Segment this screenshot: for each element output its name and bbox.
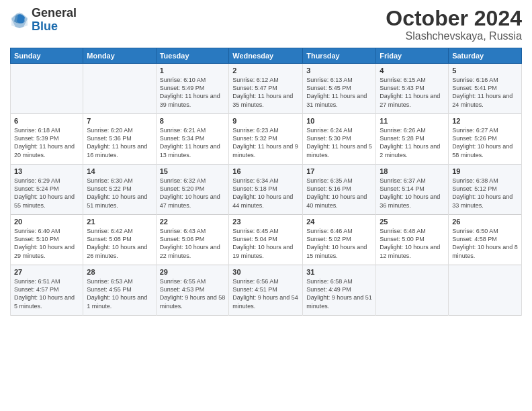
calendar-cell: 9Sunrise: 6:23 AM Sunset: 5:32 PM Daylig… <box>229 114 303 165</box>
header-sunday: Sunday <box>11 48 83 64</box>
calendar-cell: 24Sunrise: 6:46 AM Sunset: 5:02 PM Dayli… <box>303 215 376 265</box>
day-number: 22 <box>160 218 226 226</box>
day-number: 20 <box>14 218 79 226</box>
cell-info: Sunrise: 6:21 AM Sunset: 5:34 PM Dayligh… <box>160 126 226 159</box>
cell-info: Sunrise: 6:15 AM Sunset: 5:43 PM Dayligh… <box>380 76 445 109</box>
calendar-cell: 29Sunrise: 6:55 AM Sunset: 4:53 PM Dayli… <box>156 265 229 316</box>
cell-info: Sunrise: 6:26 AM Sunset: 5:28 PM Dayligh… <box>380 126 445 159</box>
cell-info: Sunrise: 6:51 AM Sunset: 4:57 PM Dayligh… <box>14 277 79 310</box>
day-number: 4 <box>380 66 445 75</box>
cell-info: Sunrise: 6:23 AM Sunset: 5:32 PM Dayligh… <box>232 126 299 159</box>
header-row: Sunday Monday Tuesday Wednesday Thursday… <box>11 48 522 64</box>
header-tuesday: Tuesday <box>156 48 229 64</box>
cell-info: Sunrise: 6:10 AM Sunset: 5:49 PM Dayligh… <box>160 76 226 109</box>
calendar-cell: 2Sunrise: 6:12 AM Sunset: 5:47 PM Daylig… <box>229 64 303 114</box>
cell-info: Sunrise: 6:56 AM Sunset: 4:51 PM Dayligh… <box>232 277 299 310</box>
day-number: 16 <box>232 167 299 175</box>
day-number: 25 <box>380 218 445 226</box>
calendar-cell: 30Sunrise: 6:56 AM Sunset: 4:51 PM Dayli… <box>229 265 303 316</box>
calendar-cell: 19Sunrise: 6:38 AM Sunset: 5:12 PM Dayli… <box>449 165 522 215</box>
calendar-cell: 3Sunrise: 6:13 AM Sunset: 5:45 PM Daylig… <box>303 64 376 114</box>
day-number: 3 <box>306 66 372 75</box>
day-number: 29 <box>160 268 226 276</box>
calendar-cell: 8Sunrise: 6:21 AM Sunset: 5:34 PM Daylig… <box>156 114 229 165</box>
calendar-cell: 6Sunrise: 6:18 AM Sunset: 5:39 PM Daylig… <box>11 114 83 165</box>
cell-info: Sunrise: 6:58 AM Sunset: 4:49 PM Dayligh… <box>306 277 372 310</box>
calendar-header: Sunday Monday Tuesday Wednesday Thursday… <box>11 48 522 64</box>
day-number: 27 <box>14 268 79 276</box>
day-number: 24 <box>306 218 372 226</box>
cell-info: Sunrise: 6:46 AM Sunset: 5:02 PM Dayligh… <box>306 227 372 260</box>
day-number: 14 <box>87 167 152 175</box>
title-block: October 2024 Slashchevskaya, Russia <box>386 7 522 42</box>
day-number: 11 <box>380 117 445 125</box>
calendar-cell: 12Sunrise: 6:27 AM Sunset: 5:26 PM Dayli… <box>449 114 522 165</box>
calendar-cell: 11Sunrise: 6:26 AM Sunset: 5:28 PM Dayli… <box>376 114 449 165</box>
cell-info: Sunrise: 6:18 AM Sunset: 5:39 PM Dayligh… <box>14 126 79 159</box>
calendar-cell: 13Sunrise: 6:29 AM Sunset: 5:24 PM Dayli… <box>11 165 83 215</box>
header-wednesday: Wednesday <box>229 48 303 64</box>
location-subtitle: Slashchevskaya, Russia <box>386 30 522 42</box>
header: General Blue October 2024 Slashchevskaya… <box>10 7 522 42</box>
calendar-cell <box>83 64 156 114</box>
calendar-cell: 7Sunrise: 6:20 AM Sunset: 5:36 PM Daylig… <box>83 114 156 165</box>
calendar-cell <box>376 265 449 316</box>
day-number: 1 <box>160 66 226 75</box>
cell-info: Sunrise: 6:40 AM Sunset: 5:10 PM Dayligh… <box>14 227 79 260</box>
month-title: October 2024 <box>386 7 522 30</box>
cell-info: Sunrise: 6:53 AM Sunset: 4:55 PM Dayligh… <box>87 277 152 310</box>
day-number: 26 <box>452 218 518 226</box>
header-monday: Monday <box>83 48 156 64</box>
cell-info: Sunrise: 6:42 AM Sunset: 5:08 PM Dayligh… <box>87 227 152 260</box>
calendar-cell: 16Sunrise: 6:34 AM Sunset: 5:18 PM Dayli… <box>229 165 303 215</box>
cell-info: Sunrise: 6:38 AM Sunset: 5:12 PM Dayligh… <box>452 177 518 210</box>
day-number: 23 <box>232 218 299 226</box>
day-number: 30 <box>232 268 299 276</box>
calendar-row-1: 1Sunrise: 6:10 AM Sunset: 5:49 PM Daylig… <box>11 64 522 114</box>
calendar-cell: 15Sunrise: 6:32 AM Sunset: 5:20 PM Dayli… <box>156 165 229 215</box>
calendar-cell: 25Sunrise: 6:48 AM Sunset: 5:00 PM Dayli… <box>376 215 449 265</box>
calendar-row-5: 27Sunrise: 6:51 AM Sunset: 4:57 PM Dayli… <box>11 265 522 316</box>
calendar-cell <box>11 64 83 114</box>
cell-info: Sunrise: 6:37 AM Sunset: 5:14 PM Dayligh… <box>380 177 445 210</box>
cell-info: Sunrise: 6:34 AM Sunset: 5:18 PM Dayligh… <box>232 177 299 210</box>
header-thursday: Thursday <box>303 48 376 64</box>
calendar-cell: 23Sunrise: 6:45 AM Sunset: 5:04 PM Dayli… <box>229 215 303 265</box>
calendar-cell: 18Sunrise: 6:37 AM Sunset: 5:14 PM Dayli… <box>376 165 449 215</box>
day-number: 8 <box>160 117 226 125</box>
cell-info: Sunrise: 6:45 AM Sunset: 5:04 PM Dayligh… <box>232 227 299 260</box>
day-number: 17 <box>306 167 372 175</box>
logo: General Blue <box>10 7 77 34</box>
day-number: 31 <box>306 268 372 276</box>
logo-text: General Blue <box>32 7 77 34</box>
day-number: 5 <box>452 66 518 75</box>
day-number: 28 <box>87 268 152 276</box>
calendar-cell: 14Sunrise: 6:30 AM Sunset: 5:22 PM Dayli… <box>83 165 156 215</box>
calendar-cell: 17Sunrise: 6:35 AM Sunset: 5:16 PM Dayli… <box>303 165 376 215</box>
calendar-cell: 10Sunrise: 6:24 AM Sunset: 5:30 PM Dayli… <box>303 114 376 165</box>
cell-info: Sunrise: 6:16 AM Sunset: 5:41 PM Dayligh… <box>452 76 518 109</box>
day-number: 21 <box>87 218 152 226</box>
logo-icon <box>10 11 29 30</box>
header-saturday: Saturday <box>449 48 522 64</box>
day-number: 18 <box>380 167 445 175</box>
cell-info: Sunrise: 6:13 AM Sunset: 5:45 PM Dayligh… <box>306 76 372 109</box>
day-number: 9 <box>232 117 299 125</box>
cell-info: Sunrise: 6:43 AM Sunset: 5:06 PM Dayligh… <box>160 227 226 260</box>
day-number: 19 <box>452 167 518 175</box>
day-number: 7 <box>87 117 152 125</box>
calendar-cell: 20Sunrise: 6:40 AM Sunset: 5:10 PM Dayli… <box>11 215 83 265</box>
calendar-cell: 21Sunrise: 6:42 AM Sunset: 5:08 PM Dayli… <box>83 215 156 265</box>
logo-blue-text: Blue <box>32 20 77 34</box>
calendar-cell: 1Sunrise: 6:10 AM Sunset: 5:49 PM Daylig… <box>156 64 229 114</box>
header-friday: Friday <box>376 48 449 64</box>
calendar-cell: 28Sunrise: 6:53 AM Sunset: 4:55 PM Dayli… <box>83 265 156 316</box>
page: General Blue October 2024 Slashchevskaya… <box>0 0 532 411</box>
cell-info: Sunrise: 6:32 AM Sunset: 5:20 PM Dayligh… <box>160 177 226 210</box>
cell-info: Sunrise: 6:48 AM Sunset: 5:00 PM Dayligh… <box>380 227 445 260</box>
calendar-body: 1Sunrise: 6:10 AM Sunset: 5:49 PM Daylig… <box>11 64 522 316</box>
cell-info: Sunrise: 6:27 AM Sunset: 5:26 PM Dayligh… <box>452 126 518 159</box>
day-number: 15 <box>160 167 226 175</box>
calendar-table: Sunday Monday Tuesday Wednesday Thursday… <box>10 48 522 316</box>
calendar-cell: 5Sunrise: 6:16 AM Sunset: 5:41 PM Daylig… <box>449 64 522 114</box>
